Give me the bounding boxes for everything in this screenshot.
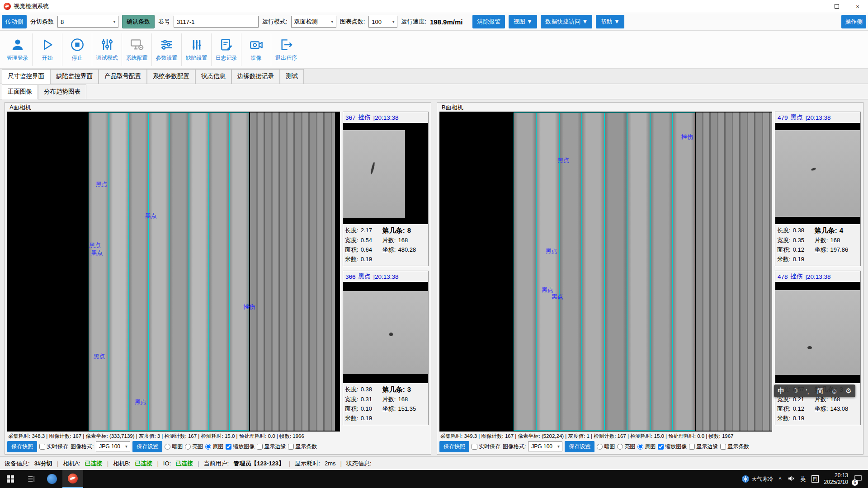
- minimize-button[interactable]: –: [806, 0, 826, 13]
- toolbar-item-stop[interactable]: 停止: [62, 33, 92, 66]
- close-button[interactable]: ×: [847, 0, 868, 13]
- subtab-trend-chart[interactable]: 分布趋势图表: [38, 84, 86, 99]
- monitor-gear-icon: [130, 38, 144, 52]
- ime-language-indicator[interactable]: 英: [801, 475, 806, 483]
- toolbar-item-param-settings[interactable]: 参数设置: [152, 33, 182, 66]
- bright-image-input[interactable]: [185, 444, 191, 450]
- volume-muted-icon[interactable]: [787, 474, 795, 484]
- image-format-value: JPG 100: [99, 443, 120, 450]
- show-strips-checkbox[interactable]: 显示条数: [288, 443, 317, 450]
- view-menu-button[interactable]: 视图 ▼: [509, 15, 537, 28]
- zoom-image-input[interactable]: [226, 444, 231, 450]
- tab-edge-data[interactable]: 边缘数据记录: [231, 69, 280, 84]
- save-snapshot-button[interactable]: 保存快照: [7, 441, 37, 452]
- show-edges-input[interactable]: [689, 444, 695, 450]
- drive-side-button[interactable]: 传动侧: [2, 15, 27, 28]
- defect-card[interactable]: 367 挫伤 |20:13:38 长度:2.17 第几条:8 宽度:0.54 片…: [343, 112, 429, 266]
- show-strips-input[interactable]: [288, 444, 294, 450]
- dark-image-radio[interactable]: 暗图: [165, 443, 183, 450]
- pieces-value: 168: [398, 396, 408, 403]
- realtime-save-input[interactable]: [472, 444, 477, 450]
- realtime-save-checkbox[interactable]: 实时保存: [39, 443, 68, 450]
- toolbar-item-start[interactable]: 开始: [33, 33, 62, 66]
- ime-settings-gear-icon[interactable]: ⚙: [845, 387, 851, 395]
- speed-label: 运行速度:: [401, 18, 426, 26]
- chart-points-select[interactable]: 100: [368, 16, 397, 28]
- original-image-radio[interactable]: 原图: [205, 443, 223, 450]
- io-label: IO:: [163, 460, 171, 467]
- original-image-input[interactable]: [637, 444, 643, 450]
- toolbar-item-exit[interactable]: 退出程序: [271, 33, 301, 66]
- toolbar-item-admin-login[interactable]: 管理登录: [3, 33, 33, 66]
- area-label: 面积:: [345, 246, 359, 254]
- start-button[interactable]: [0, 470, 21, 488]
- tab-defect-monitor[interactable]: 缺陷监控界面: [50, 69, 99, 84]
- save-snapshot-button[interactable]: 保存快照: [439, 441, 469, 452]
- bright-image-input[interactable]: [617, 444, 623, 450]
- defect-type: 黑点: [359, 272, 371, 281]
- bright-image-radio[interactable]: 亮图: [617, 443, 635, 450]
- bright-image-radio[interactable]: 亮图: [185, 443, 203, 450]
- tab-size-monitor[interactable]: 尺寸监控界面: [2, 69, 50, 84]
- defect-card[interactable]: 479 黑点 |20:13:38 长度:0.38 第几条:4 宽度:0.35 片…: [775, 112, 861, 266]
- dark-image-radio[interactable]: 暗图: [597, 443, 615, 450]
- coord-label: 坐标:: [382, 405, 396, 413]
- ime-simplified-toggle[interactable]: 简: [816, 387, 823, 395]
- taskbar-app-active[interactable]: [62, 470, 83, 488]
- confirm-count-button[interactable]: 确认条数: [122, 15, 155, 28]
- operate-side-button[interactable]: 操作侧: [841, 15, 866, 28]
- defect-time: |20:13:38: [806, 273, 831, 280]
- run-mode-select[interactable]: 双面检测: [291, 16, 336, 28]
- slice-count-label: 分切条数: [30, 18, 54, 26]
- tab-status-info[interactable]: 状态信息: [195, 69, 231, 84]
- tab-test[interactable]: 测试: [280, 69, 304, 84]
- zoom-image-checkbox[interactable]: 缩放图像: [226, 443, 255, 450]
- save-settings-button[interactable]: 保存设置: [132, 441, 162, 452]
- toolbar-item-defect-settings[interactable]: 缺陷设置: [182, 33, 212, 66]
- help-menu-button[interactable]: 帮助 ▼: [596, 15, 624, 28]
- taskbar-weather[interactable]: 天气寒冷: [741, 475, 774, 483]
- roll-number-input[interactable]: [174, 16, 259, 28]
- toolbar-item-capture[interactable]: 提像: [241, 33, 271, 66]
- dark-image-input[interactable]: [165, 444, 170, 450]
- show-strips-input[interactable]: [720, 444, 726, 450]
- realtime-save-input[interactable]: [39, 444, 45, 450]
- zoom-image-checkbox[interactable]: 缩放图像: [658, 443, 687, 450]
- toolbar-item-system-config[interactable]: 系统配置: [122, 33, 152, 66]
- show-edges-checkbox[interactable]: 显示边缘: [689, 443, 718, 450]
- toolbar-item-log[interactable]: 日志记录: [212, 33, 241, 66]
- maximize-button[interactable]: [826, 0, 847, 13]
- ime-emoji-icon[interactable]: ☺: [831, 387, 838, 395]
- tab-system-params[interactable]: 系统参数配置: [147, 69, 195, 84]
- original-image-radio[interactable]: 原图: [637, 443, 656, 450]
- original-image-input[interactable]: [205, 444, 211, 450]
- show-edges-input[interactable]: [257, 444, 263, 450]
- show-strips-checkbox[interactable]: 显示条数: [720, 443, 749, 450]
- subtab-front-image[interactable]: 正面图像: [2, 84, 38, 99]
- image-format-select[interactable]: JPG 100: [96, 441, 130, 451]
- ime-punctuation-icon[interactable]: ’,: [806, 387, 809, 395]
- coord-value: 143.08: [830, 405, 848, 412]
- taskbar-tray: 天气寒冷 ^ 英 田 20:13 2025/2/10 6: [741, 472, 868, 486]
- zoom-image-input[interactable]: [658, 444, 664, 450]
- tray-expand-chevron[interactable]: ^: [779, 476, 782, 483]
- task-view-button[interactable]: [21, 470, 42, 488]
- defect-card[interactable]: 366 黑点 |20:13:38 长度:0.38 第几条:3 宽度:0.31 片…: [343, 271, 429, 425]
- toolbar-item-debug-mode[interactable]: 调试模式: [92, 33, 122, 66]
- realtime-save-checkbox[interactable]: 实时保存: [472, 443, 500, 450]
- clear-alarm-button[interactable]: 清除报警: [472, 15, 505, 28]
- show-edges-checkbox[interactable]: 显示边缘: [257, 443, 286, 450]
- save-settings-button[interactable]: 保存设置: [565, 441, 594, 452]
- ime-lang-chinese[interactable]: 中: [778, 387, 784, 395]
- action-center-icon[interactable]: 6: [854, 474, 864, 484]
- data-quick-access-menu-button[interactable]: 数据快捷访问 ▼: [541, 15, 592, 28]
- slice-count-select[interactable]: 8: [57, 16, 118, 28]
- image-format-select[interactable]: JPG 100: [528, 441, 562, 451]
- taskbar-app-blue[interactable]: [42, 470, 62, 488]
- taskbar-clock[interactable]: 20:13 2025/2/10: [824, 472, 848, 486]
- defect-card[interactable]: 478 挫伤 |20:13:38 长度:0.57 第几条:3 宽度:0.21 片…: [775, 271, 861, 425]
- ime-fullhalf-moon-icon[interactable]: ☽: [792, 387, 798, 395]
- ime-mode-icon[interactable]: 田: [811, 475, 819, 483]
- dark-image-input[interactable]: [597, 444, 603, 450]
- tab-product-config[interactable]: 产品型号配置: [99, 69, 147, 84]
